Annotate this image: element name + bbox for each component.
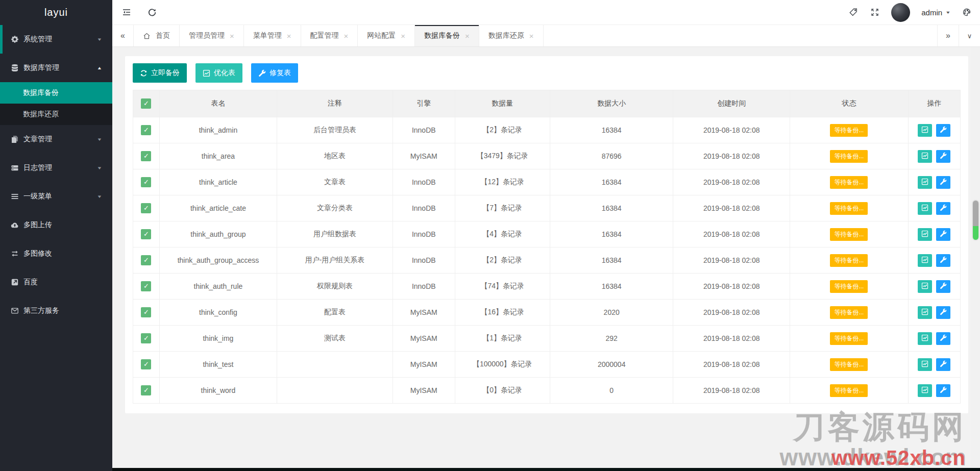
chart-line-icon [921, 308, 928, 317]
row-checkbox[interactable]: ✓ [141, 255, 151, 265]
cell-engine: InnoDB [393, 247, 455, 274]
user-menu[interactable]: admin ▼ [921, 8, 950, 17]
chart-line-icon [921, 204, 928, 213]
status-badge: 等待备份... [830, 254, 868, 267]
tabs-scroll-right-button[interactable]: » [937, 25, 959, 46]
cell-records: 【74】条记录 [455, 274, 550, 300]
cell-size: 16384 [550, 169, 673, 195]
chart-line-icon [203, 69, 210, 77]
row-checkbox[interactable]: ✓ [141, 229, 151, 239]
sidebar-item-文章管理[interactable]: 文章管理▼ [0, 125, 112, 154]
sidebar-item-第三方服务[interactable]: 第三方服务 [0, 296, 112, 325]
table-row: ✓think_auth_group_access用户-用户组关系表InnoDB【… [133, 247, 961, 274]
column-header-注释: 注释 [277, 90, 393, 117]
scrollbar-thumb[interactable] [973, 201, 978, 240]
optimize-row-button[interactable] [918, 280, 932, 293]
sidebar-subitem-数据库备份[interactable]: 数据库备份 [0, 82, 112, 104]
check-icon: ✓ [143, 256, 149, 264]
tab-close-icon[interactable]: × [344, 32, 349, 40]
chart-line-icon [921, 256, 928, 265]
优化表-button[interactable]: 优化表 [195, 63, 242, 83]
cell-actions [908, 117, 960, 143]
repair-row-button[interactable] [936, 124, 950, 137]
optimize-row-button[interactable] [918, 124, 932, 137]
tab-首页[interactable]: 首页 [134, 25, 180, 46]
user-avatar[interactable] [891, 3, 910, 22]
修复表-button[interactable]: 修复表 [251, 63, 298, 83]
column-header-状态: 状态 [790, 90, 909, 117]
tab-数据库还原[interactable]: 数据库还原× [479, 25, 544, 46]
wrench-icon [940, 230, 947, 239]
cell-comment: 文章分类表 [277, 195, 393, 221]
repair-row-button[interactable] [936, 228, 950, 241]
row-checkbox[interactable]: ✓ [141, 359, 151, 369]
tag-icon[interactable] [848, 7, 859, 17]
tab-close-icon[interactable]: × [230, 32, 234, 40]
optimize-row-button[interactable] [918, 332, 932, 345]
refresh-icon[interactable] [147, 7, 157, 17]
row-select-cell: ✓ [133, 378, 160, 404]
repair-row-button[interactable] [936, 254, 950, 267]
cell-created: 2019-08-18 02:08 [673, 117, 790, 143]
tab-close-icon[interactable]: × [287, 32, 291, 40]
sidebar-subitem-数据库还原[interactable]: 数据库还原 [0, 104, 112, 125]
chart-line-icon [921, 386, 928, 395]
repair-row-button[interactable] [936, 384, 950, 397]
row-checkbox[interactable]: ✓ [141, 203, 151, 213]
tabs-scroll-left-button[interactable]: « [112, 25, 134, 46]
optimize-row-button[interactable] [918, 384, 932, 397]
cell-records: 【16】条记录 [455, 300, 550, 326]
cell-size: 292 [550, 326, 673, 352]
repair-row-button[interactable] [936, 306, 950, 319]
repair-row-button[interactable] [936, 176, 950, 189]
header-left-icons [121, 7, 157, 17]
select-all-checkbox[interactable]: ✓ [141, 98, 151, 109]
optimize-row-button[interactable] [918, 150, 932, 163]
tab-close-icon[interactable]: × [401, 32, 405, 40]
tab-配置管理[interactable]: 配置管理× [301, 25, 358, 46]
table-row: ✓think_article文章表InnoDB【12】条记录163842019-… [133, 169, 961, 195]
row-checkbox[interactable]: ✓ [141, 333, 151, 343]
tabs-menu-button[interactable]: ∨ [959, 25, 980, 46]
optimize-row-button[interactable] [918, 228, 932, 241]
fullscreen-icon[interactable] [870, 7, 880, 17]
row-checkbox[interactable]: ✓ [141, 177, 151, 187]
optimize-row-button[interactable] [918, 358, 932, 371]
palette-icon[interactable] [962, 7, 972, 17]
sidebar-item-日志管理[interactable]: 日志管理▼ [0, 154, 112, 182]
tab-数据库备份[interactable]: 数据库备份× [415, 25, 479, 46]
tab-网站配置[interactable]: 网站配置× [358, 25, 415, 46]
sidebar-item-数据库管理[interactable]: 数据库管理▲ [0, 54, 112, 82]
cell-name: think_article_cate [159, 195, 277, 221]
check-icon: ✓ [143, 282, 149, 290]
table-row: ✓think_img测试表MyISAM【1】条记录2922019-08-18 0… [133, 326, 961, 352]
tab-菜单管理[interactable]: 菜单管理× [244, 25, 301, 46]
tab-close-icon[interactable]: × [529, 32, 534, 40]
collapse-sidebar-icon[interactable] [121, 7, 132, 17]
sidebar-item-百度[interactable]: 百度 [0, 268, 112, 296]
sidebar-item-多图上传[interactable]: 多图上传 [0, 211, 112, 239]
caret-down-icon: ▼ [97, 194, 103, 199]
optimize-row-button[interactable] [918, 176, 932, 189]
repair-row-button[interactable] [936, 202, 950, 215]
repair-row-button[interactable] [936, 332, 950, 345]
row-checkbox[interactable]: ✓ [141, 125, 151, 135]
tab-管理员管理[interactable]: 管理员管理× [180, 25, 244, 46]
row-checkbox[interactable]: ✓ [141, 307, 151, 317]
sidebar-item-多图修改[interactable]: 多图修改 [0, 239, 112, 268]
optimize-row-button[interactable] [918, 254, 932, 267]
sidebar-item-系统管理[interactable]: 系统管理▼ [0, 25, 112, 54]
tab-close-icon[interactable]: × [465, 32, 470, 40]
optimize-row-button[interactable] [918, 202, 932, 215]
repair-row-button[interactable] [936, 358, 950, 371]
立即备份-button[interactable]: 立即备份 [133, 63, 187, 83]
row-checkbox[interactable]: ✓ [141, 385, 151, 395]
row-checkbox[interactable]: ✓ [141, 151, 151, 161]
repair-row-button[interactable] [936, 150, 950, 163]
check-icon: ✓ [143, 360, 149, 368]
scrollbar-track[interactable] [971, 47, 980, 471]
repair-row-button[interactable] [936, 280, 950, 293]
optimize-row-button[interactable] [918, 306, 932, 319]
sidebar-item-一级菜单[interactable]: 一级菜单▼ [0, 182, 112, 211]
row-checkbox[interactable]: ✓ [141, 281, 151, 291]
